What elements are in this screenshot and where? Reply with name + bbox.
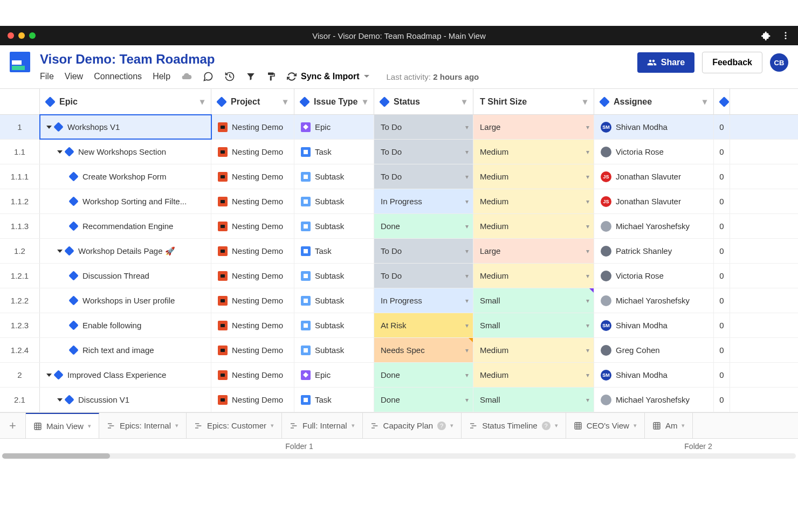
chevron-down-icon[interactable]: ▾ xyxy=(586,347,589,354)
view-tab[interactable]: Capacity Plan?▾ xyxy=(363,413,462,438)
cell-assignee[interactable]: SM Shivan Modha xyxy=(594,313,714,337)
column-header-project[interactable]: Project▾ xyxy=(211,89,294,114)
cell-issue-type[interactable]: Subtask xyxy=(294,338,374,362)
chevron-down-icon[interactable]: ▾ xyxy=(465,347,469,354)
cell-issue-type[interactable]: Epic xyxy=(294,363,374,387)
cell-project[interactable]: Nesting Demo xyxy=(211,288,294,313)
chevron-down-icon[interactable]: ▾ xyxy=(586,223,589,230)
chevron-down-icon[interactable]: ▾ xyxy=(271,422,274,429)
cell-project[interactable]: Nesting Demo xyxy=(211,313,294,337)
cell-issue-type[interactable]: Subtask xyxy=(294,313,374,337)
feedback-button[interactable]: Feedback xyxy=(702,52,762,73)
cell-issue-type[interactable]: Subtask xyxy=(294,214,374,238)
cell-status[interactable]: Done ▾ xyxy=(374,363,473,387)
cell-epic[interactable]: Rich text and image xyxy=(40,338,211,362)
cell-assignee[interactable]: JS Jonathan Slavuter xyxy=(594,189,714,213)
chevron-down-icon[interactable]: ▾ xyxy=(200,96,204,107)
help-badge-icon[interactable]: ? xyxy=(542,422,551,430)
cell-status[interactable]: To Do ▾ xyxy=(374,115,473,139)
filter-icon[interactable] xyxy=(246,72,256,81)
cell-issue-type[interactable]: Epic xyxy=(294,115,374,139)
table-row[interactable]: 1.1.2 Workshop Sorting and Filte... Nest… xyxy=(0,189,798,214)
chevron-down-icon[interactable]: ▾ xyxy=(465,272,469,280)
view-tab[interactable]: CEO's View▾ xyxy=(566,413,645,438)
cell-status[interactable]: To Do ▾ xyxy=(374,140,473,164)
table-row[interactable]: 2.1 Discussion V1 Nesting Demo Task Done… xyxy=(0,388,798,412)
cell-partial[interactable]: 0 xyxy=(714,239,730,263)
row-number[interactable]: 1.1 xyxy=(0,140,40,164)
menu-help[interactable]: Help xyxy=(153,72,170,81)
expand-caret-icon[interactable] xyxy=(46,374,52,377)
cell-tshirt-size[interactable]: Medium ▾ xyxy=(473,264,594,288)
cell-project[interactable]: Nesting Demo xyxy=(211,164,294,189)
chevron-down-icon[interactable]: ▾ xyxy=(682,422,685,429)
chevron-down-icon[interactable]: ▾ xyxy=(555,422,558,429)
cell-assignee[interactable]: Victoria Rose xyxy=(594,140,714,164)
cell-project[interactable]: Nesting Demo xyxy=(211,239,294,263)
cell-epic[interactable]: Discussion Thread xyxy=(40,264,211,288)
row-number[interactable]: 1.2 xyxy=(0,239,40,263)
cloud-status-icon[interactable] xyxy=(181,71,192,82)
table-row[interactable]: 1.2.2 Workshops in User profile Nesting … xyxy=(0,288,798,313)
row-number[interactable]: 1.2.1 xyxy=(0,264,40,288)
cell-project[interactable]: Nesting Demo xyxy=(211,388,294,412)
expand-caret-icon[interactable] xyxy=(57,250,63,253)
cell-epic[interactable]: Recommendation Engine xyxy=(40,214,211,238)
column-header-epic[interactable]: Epic▾ xyxy=(40,89,211,114)
cell-project[interactable]: Nesting Demo xyxy=(211,115,294,139)
chevron-down-icon[interactable]: ▾ xyxy=(88,423,91,430)
cell-assignee[interactable]: JS Jonathan Slavuter xyxy=(594,164,714,189)
chevron-down-icon[interactable]: ▾ xyxy=(634,422,637,429)
folder-2-label[interactable]: Folder 2 xyxy=(598,442,798,451)
cell-status[interactable]: To Do ▾ xyxy=(374,164,473,189)
cell-issue-type[interactable]: Subtask xyxy=(294,264,374,288)
chevron-down-icon[interactable]: ▾ xyxy=(586,297,589,305)
format-icon[interactable] xyxy=(266,72,276,81)
chevron-down-icon[interactable]: ▾ xyxy=(465,173,469,181)
cell-epic[interactable]: Workshops in User profile xyxy=(40,288,211,313)
cell-project[interactable]: Nesting Demo xyxy=(211,140,294,164)
cell-status[interactable]: Done ▾ xyxy=(374,388,473,412)
chevron-down-icon[interactable]: ▾ xyxy=(465,297,469,305)
cell-partial[interactable]: 0 xyxy=(714,338,730,362)
cell-epic[interactable]: Workshop Details Page 🚀 xyxy=(40,239,211,263)
cell-tshirt-size[interactable]: Small ▾ xyxy=(473,313,594,337)
cell-partial[interactable]: 0 xyxy=(714,288,730,313)
cell-tshirt-size[interactable]: Medium ▾ xyxy=(473,140,594,164)
cell-tshirt-size[interactable]: Large ▾ xyxy=(473,115,594,139)
help-badge-icon[interactable]: ? xyxy=(437,422,446,430)
cell-tshirt-size[interactable]: Medium ▾ xyxy=(473,338,594,362)
cell-project[interactable]: Nesting Demo xyxy=(211,189,294,213)
cell-issue-type[interactable]: Subtask xyxy=(294,189,374,213)
chevron-down-icon[interactable]: ▾ xyxy=(352,422,355,429)
cell-project[interactable]: Nesting Demo xyxy=(211,264,294,288)
extension-icon[interactable] xyxy=(761,31,771,40)
chevron-down-icon[interactable]: ▾ xyxy=(465,371,469,379)
menu-view[interactable]: View xyxy=(65,72,83,81)
document-title[interactable]: Visor Demo: Team Roadmap xyxy=(40,52,215,67)
cell-partial[interactable]: 0 xyxy=(714,313,730,337)
chevron-down-icon[interactable]: ▾ xyxy=(586,173,589,181)
cell-epic[interactable]: Workshop Sorting and Filte... xyxy=(40,189,211,213)
cell-partial[interactable]: 0 xyxy=(714,115,730,139)
cell-partial[interactable]: 0 xyxy=(714,388,730,412)
cell-epic[interactable]: Create Workshop Form xyxy=(40,164,211,189)
chevron-down-icon[interactable]: ▾ xyxy=(465,396,469,404)
cell-assignee[interactable]: Michael Yaroshefsky xyxy=(594,388,714,412)
chevron-down-icon[interactable]: ▾ xyxy=(465,123,469,131)
cell-issue-type[interactable]: Subtask xyxy=(294,288,374,313)
table-row[interactable]: 1.1.3 Recommendation Engine Nesting Demo… xyxy=(0,214,798,239)
cell-status[interactable]: In Progress ▾ xyxy=(374,189,473,213)
cell-partial[interactable]: 0 xyxy=(714,189,730,213)
expand-caret-icon[interactable] xyxy=(57,150,63,154)
table-row[interactable]: 1.2.1 Discussion Thread Nesting Demo Sub… xyxy=(0,264,798,288)
chevron-down-icon[interactable]: ▾ xyxy=(586,272,589,280)
chevron-down-icon[interactable]: ▾ xyxy=(465,322,469,329)
sync-import-button[interactable]: Sync & Import xyxy=(287,72,369,81)
cell-assignee[interactable]: Michael Yaroshefsky xyxy=(594,288,714,313)
cell-tshirt-size[interactable]: Large ▾ xyxy=(473,239,594,263)
close-window-icon[interactable] xyxy=(8,32,14,39)
cell-status[interactable]: To Do ▾ xyxy=(374,264,473,288)
cell-partial[interactable]: 0 xyxy=(714,164,730,189)
cell-epic[interactable]: Discussion V1 xyxy=(40,388,211,412)
